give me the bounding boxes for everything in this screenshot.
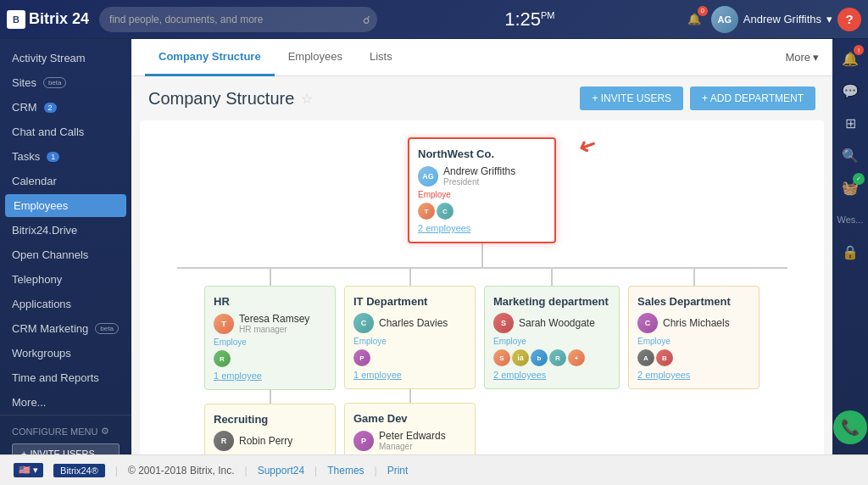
logo-icon: B: [7, 10, 25, 29]
org-node-marketing[interactable]: Marketing department S Sarah Woodgate Em…: [484, 286, 620, 389]
grid-panel-icon[interactable]: ⊞: [836, 109, 865, 137]
search-bar: ☌: [99, 7, 377, 32]
org-node-title: Game Dev: [353, 412, 466, 425]
employee-label: Employe: [637, 337, 750, 346]
sidebar-item-applications[interactable]: Applications: [0, 292, 131, 316]
search-input[interactable]: [99, 7, 377, 32]
sidebar-item-openchannels[interactable]: Open Channels: [0, 242, 131, 267]
themes-link[interactable]: Themes: [327, 465, 364, 477]
sidebar-item-label: Activity Stream: [12, 52, 86, 64]
lock-icon[interactable]: 🔒: [836, 237, 865, 266]
marketing-branch: Marketing department S Sarah Woodgate Em…: [484, 269, 620, 454]
connector-v: [693, 269, 695, 286]
sidebar-item-employees[interactable]: Employees: [5, 194, 126, 217]
org-node-gamedev[interactable]: Game Dev P Peter Edwards Manager Employe: [344, 403, 476, 454]
sidebar-item-bitrix24drive[interactable]: Bitrix24.Drive: [0, 218, 131, 242]
call-button[interactable]: 📞: [833, 410, 867, 444]
sidebar-item-label: Telephony: [12, 273, 62, 286]
notifications-panel-icon[interactable]: 🔔 !: [836, 44, 865, 73]
employees-count-link[interactable]: 2 employees: [637, 370, 750, 380]
sidebar-item-label: Time and Reports: [12, 371, 99, 384]
help-icon[interactable]: ?: [837, 8, 861, 31]
sidebar-item-chat[interactable]: Chat and Calls: [0, 120, 131, 144]
sidebar-item-crmmarketing[interactable]: CRM Marketing beta: [0, 316, 131, 341]
tab-employees[interactable]: Employees: [275, 39, 356, 76]
right-panel: 🔔 ! 💬 ⊞ 🔍 🧺 ✓ Wes... 🔒 📞: [832, 39, 868, 454]
chat-panel-icon[interactable]: 💬: [836, 76, 865, 105]
avatar: AG: [418, 166, 438, 187]
arrow-icon: ➜: [574, 130, 600, 161]
bottombar: 🇺🇸 ▾ Bitrix24® | © 2001-2018 Bitrix, Inc…: [0, 454, 868, 485]
add-department-button[interactable]: + ADD DEPARTMENT: [690, 86, 815, 110]
connector-v: [409, 389, 411, 403]
connector-v: [270, 269, 271, 286]
sidebar-item-tasks[interactable]: Tasks 1: [0, 144, 131, 169]
print-link[interactable]: Print: [387, 465, 409, 477]
org-node-title: IT Department: [353, 295, 466, 308]
tab-lists[interactable]: Lists: [356, 39, 406, 76]
person-info: Teresa Ramsey HR manager: [239, 313, 309, 334]
sidebar-item-more[interactable]: More...: [0, 390, 131, 415]
topbar: B Bitrix 24 ☌ 1:25PM 🔔 0 AG Andrew Griff…: [0, 0, 868, 39]
hr-branch: HR T Teresa Ramsey HR manager Employe R: [204, 269, 336, 454]
org-node-title: Sales Department: [637, 295, 750, 308]
avatar: R: [214, 350, 231, 367]
org-node-recruiting[interactable]: Recruiting R Robin Perry: [204, 404, 336, 454]
notification-badge: 0: [698, 6, 708, 16]
avatar: C: [637, 313, 658, 333]
employees-count-link[interactable]: 1 employee: [214, 371, 326, 381]
connector-v: [409, 269, 411, 286]
org-node-hr[interactable]: HR T Teresa Ramsey HR manager Employe R: [204, 286, 336, 390]
employees-count-link[interactable]: 2 employees: [493, 370, 610, 380]
search-icon: ☌: [363, 13, 370, 25]
main-layout: Activity Stream Sites beta CRM 2 Chat an…: [0, 39, 868, 454]
sidebar-item-timereports[interactable]: Time and Reports: [0, 365, 131, 390]
tab-more[interactable]: More ▾: [785, 51, 819, 64]
avatar: S: [493, 313, 514, 333]
sidebar-item-label: Open Channels: [12, 248, 88, 261]
sidebar-item-calendar[interactable]: Calendar: [0, 169, 131, 193]
org-root-container: NorthWest Co. AG Andrew Griffiths Presid…: [157, 137, 807, 269]
avatar[interactable]: AG: [711, 6, 738, 33]
sidebar-item-activity[interactable]: Activity Stream: [0, 46, 131, 70]
org-node-root[interactable]: NorthWest Co. AG Andrew Griffiths Presid…: [408, 137, 556, 243]
person-info: Peter Edwards Manager: [379, 430, 446, 451]
language-selector[interactable]: 🇺🇸 ▾: [14, 463, 43, 477]
app-name: Bitrix 24: [29, 10, 89, 28]
it-person: C Charles Davies: [353, 313, 466, 333]
tasks-badge: 1: [47, 152, 59, 162]
support-link[interactable]: Support24: [258, 465, 304, 477]
favorite-icon[interactable]: ☆: [301, 91, 313, 107]
configure-menu-button[interactable]: CONFIGURE MENU ⚙: [12, 422, 120, 440]
person-info: Charles Davies: [379, 317, 448, 329]
marketing-person: S Sarah Woodgate: [493, 313, 610, 333]
gamedev-person: P Peter Edwards Manager: [353, 430, 466, 451]
sidebar-item-workgroups[interactable]: Workgroups: [0, 341, 131, 365]
employee-avatars: T C: [418, 203, 546, 220]
app-logo[interactable]: B Bitrix 24: [7, 10, 89, 29]
org-node-it[interactable]: IT Department C Charles Davies Employe P: [344, 286, 476, 389]
invite-users-button[interactable]: + INVITE USERS: [580, 86, 683, 110]
sidebar-item-label: Bitrix24.Drive: [12, 224, 77, 237]
sales-branch: Sales Department C Chris Michaels Employ…: [628, 269, 760, 454]
avatar: S: [493, 349, 510, 366]
tab-company-structure[interactable]: Company Structure: [145, 39, 275, 76]
invite-users-sidebar-button[interactable]: + INVITE USERS: [12, 443, 120, 454]
org-node-sales[interactable]: Sales Department C Chris Michaels Employ…: [628, 286, 760, 389]
notifications-icon[interactable]: 🔔 0: [682, 8, 706, 31]
search-panel-icon[interactable]: 🔍: [836, 141, 865, 170]
person-info: Sarah Woodgate: [519, 317, 595, 329]
sidebar-item-label: Sites: [12, 76, 36, 89]
sidebar-item-telephony[interactable]: Telephony: [0, 267, 131, 292]
user-menu[interactable]: Andrew Griffiths ▾: [743, 13, 832, 25]
employees-count-link[interactable]: 2 employees: [418, 223, 546, 233]
basket-panel-icon[interactable]: 🧺 ✓: [836, 173, 865, 202]
employee-avatars: R: [214, 350, 326, 367]
employee-avatars: S ia b R +: [493, 349, 610, 366]
avatar: T: [418, 203, 435, 220]
sidebar-item-crm[interactable]: CRM 2: [0, 95, 131, 120]
content-header: Company Structure ☆ + INVITE USERS + ADD…: [131, 76, 832, 120]
user-status-icon[interactable]: Wes...: [836, 205, 865, 234]
employees-count-link[interactable]: 1 employee: [353, 370, 466, 380]
sidebar-item-sites[interactable]: Sites beta: [0, 70, 131, 95]
